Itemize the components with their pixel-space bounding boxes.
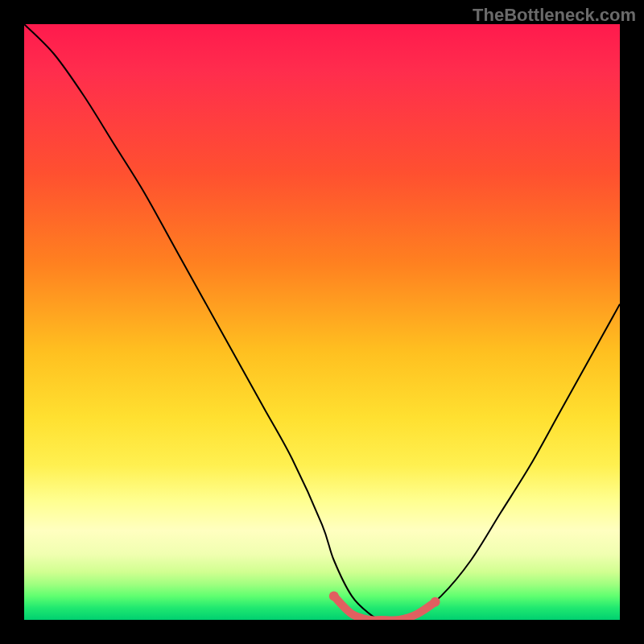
optimal-range-marker-dot-end xyxy=(431,597,440,607)
optimal-range-marker-dot-start xyxy=(329,591,339,601)
chart-plot-area xyxy=(24,24,620,620)
chart-svg xyxy=(24,24,620,620)
optimal-range-marker-line xyxy=(334,596,436,620)
watermark-text: TheBottleneck.com xyxy=(473,5,636,26)
bottleneck-curve-line xyxy=(24,24,620,620)
